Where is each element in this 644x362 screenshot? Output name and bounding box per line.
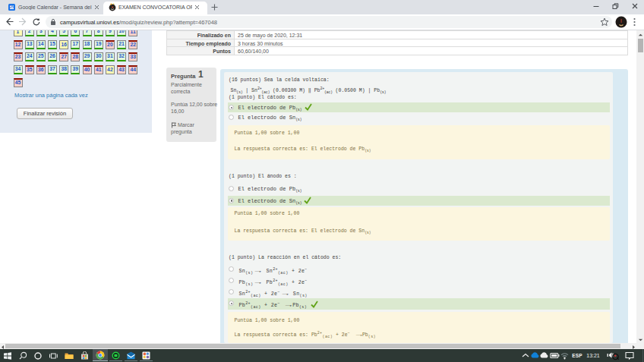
svg-text:25: 25 [10, 5, 14, 9]
